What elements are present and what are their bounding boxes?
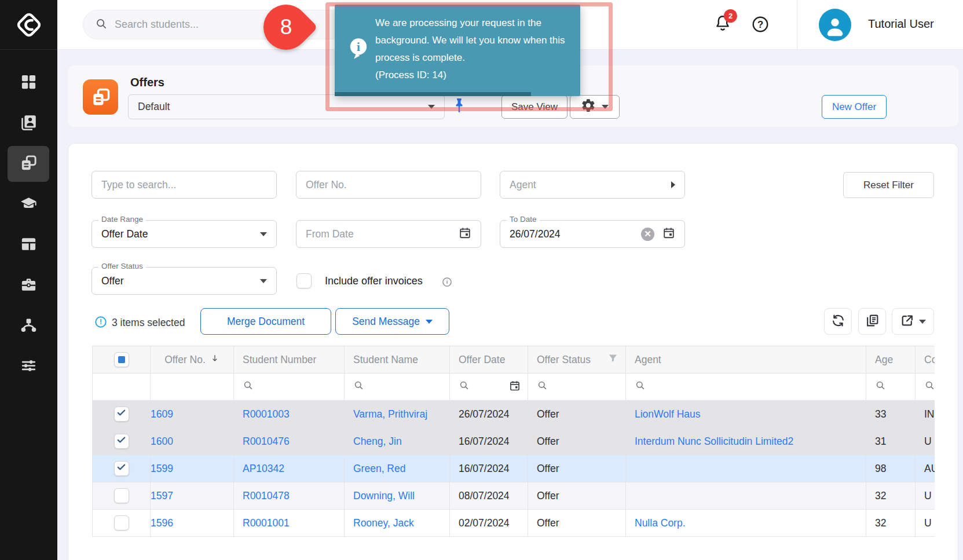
select-all-checkbox[interactable] (114, 352, 129, 367)
col-agent-filter[interactable] (626, 374, 866, 401)
sidebar-item-education[interactable] (0, 184, 57, 225)
calendar-icon[interactable] (509, 380, 521, 394)
notifications-button[interactable]: 2 (713, 14, 737, 37)
cell-link[interactable]: 1597 (151, 490, 173, 502)
include-invoices-checkbox[interactable] (296, 273, 312, 288)
offer-no-field[interactable]: Offer No. (296, 171, 481, 199)
row-checkbox[interactable] (114, 515, 129, 530)
col-student_name-header[interactable]: Student Name (345, 346, 450, 374)
briefcase-icon (20, 276, 38, 296)
cell-link[interactable]: 1596 (151, 517, 173, 529)
cell-link[interactable]: R0010476 (243, 435, 290, 447)
col-student_name-filter[interactable] (345, 374, 450, 401)
row-checkbox[interactable] (114, 461, 129, 476)
table-row[interactable]: 1596R0001001Rooney, Jack02/07/2024OfferN… (93, 510, 935, 537)
view-selector[interactable]: Default (128, 94, 445, 119)
calendar-icon[interactable] (459, 226, 471, 241)
col-offer_no-header[interactable]: Offer No. (151, 346, 234, 374)
sidebar-item-layout[interactable] (0, 225, 57, 265)
col-select-header[interactable] (93, 346, 151, 374)
help-button[interactable]: ? (751, 15, 770, 34)
cell-link[interactable]: Rooney, Jack (353, 517, 414, 529)
col-offer_status-filter[interactable] (528, 374, 626, 401)
clear-icon[interactable]: ✕ (641, 228, 654, 241)
export-button[interactable] (892, 308, 934, 335)
sidebar-item-toolbox[interactable] (0, 265, 57, 306)
col-offer_date-filter[interactable] (450, 374, 528, 401)
cell-link[interactable]: Varma, Prithviraj (353, 408, 427, 420)
row-checkbox[interactable] (114, 434, 129, 449)
sidebar-item-settings[interactable] (0, 346, 57, 387)
date-range-select[interactable]: Date Range Offer Date (91, 220, 277, 248)
col-label: Agent (635, 354, 661, 365)
cell-link[interactable]: Cheng, Jin (353, 435, 402, 447)
search-input[interactable] (115, 19, 369, 31)
topbar-divider (797, 0, 797, 49)
info-icon[interactable]: i (442, 277, 452, 290)
cell-link[interactable]: 1600 (151, 435, 173, 447)
cell-link[interactable]: Downing, Will (353, 490, 415, 502)
cell-link[interactable]: LionWolf Haus (635, 408, 701, 420)
table-row[interactable]: 1599AP10342Green, Red16/07/2024Offer98AU (93, 455, 935, 482)
cell-link[interactable]: Interdum Nunc Sollicitudin Limited2 (635, 435, 793, 447)
col-age-filter[interactable] (866, 374, 916, 401)
cell-link[interactable]: 1599 (151, 463, 173, 474)
table-filter-row (93, 374, 935, 401)
row-checkbox[interactable] (114, 407, 129, 422)
processing-toast[interactable]: i We are processing your request in the … (335, 5, 580, 96)
copy-button[interactable] (858, 308, 886, 335)
cell-agent (626, 455, 866, 482)
send-message-button[interactable]: Send Message (335, 308, 449, 335)
col-country-header[interactable]: Co (916, 346, 935, 374)
col-offer_status-header[interactable]: Offer Status (528, 346, 626, 374)
cell-student_name: Downing, Will (345, 482, 450, 510)
to-date-field[interactable]: To Date 26/07/2024 ✕ (500, 220, 685, 248)
new-offer-button[interactable]: New Offer (822, 95, 887, 119)
reset-filter-button[interactable]: Reset Filter (843, 172, 934, 198)
cell-link[interactable]: R0001003 (243, 408, 290, 420)
col-age-header[interactable]: Age (866, 346, 916, 374)
offer-status-select[interactable]: Offer Status Offer (91, 267, 277, 295)
cell-age: 32 (866, 510, 916, 537)
cell-link[interactable]: AP10342 (243, 463, 284, 474)
cell-student_name: Green, Red (345, 455, 450, 482)
cell-student_name: Rooney, Jack (345, 510, 450, 537)
cell-text: 32 (875, 490, 886, 502)
cell-link[interactable]: R0010478 (243, 490, 290, 502)
quick-search-field[interactable]: Type to search... (91, 171, 277, 199)
col-student_number-filter[interactable] (234, 374, 345, 401)
sidebar-item-dashboard[interactable] (0, 63, 57, 103)
refresh-button[interactable] (824, 308, 852, 335)
bell-icon (713, 24, 732, 34)
sidebar-item-network[interactable] (0, 306, 57, 346)
calendar-icon[interactable] (662, 226, 675, 241)
cell-country: U (916, 428, 935, 455)
from-date-field[interactable]: From Date (296, 220, 481, 248)
cell-link[interactable]: Green, Red (353, 463, 405, 474)
sidebar-item-offers[interactable] (0, 144, 57, 184)
table-row[interactable]: 1600R0010476Cheng, Jin16/07/2024OfferInt… (93, 428, 935, 455)
agent-field[interactable]: Agent (500, 171, 685, 199)
app-logo-icon[interactable] (0, 0, 57, 50)
cell-select (93, 482, 151, 510)
cell-link[interactable]: Nulla Corp. (635, 517, 686, 529)
view-settings-button[interactable] (570, 95, 620, 119)
cell-age: 98 (866, 455, 916, 482)
cell-country: U (916, 482, 935, 510)
table-row[interactable]: 1597R0010478Downing, Will08/07/2024Offer… (93, 482, 935, 510)
save-view-button[interactable]: Save View (501, 95, 567, 119)
avatar[interactable] (819, 9, 851, 41)
sidebar-item-contacts[interactable] (0, 103, 57, 144)
row-checkbox[interactable] (114, 488, 129, 503)
col-student_number-header[interactable]: Student Number (234, 346, 345, 374)
cell-offer_no: 1609 (151, 401, 234, 428)
cell-link[interactable]: 1609 (151, 408, 173, 420)
col-country-filter[interactable] (916, 374, 935, 401)
filter-funnel-icon[interactable] (607, 353, 618, 367)
col-offer_date-header[interactable]: Offer Date (450, 346, 528, 374)
table-row[interactable]: 1609R0001003Varma, Prithviraj26/07/2024O… (93, 401, 935, 428)
col-agent-header[interactable]: Agent (626, 346, 866, 374)
pin-view-button[interactable] (452, 96, 467, 118)
merge-document-button[interactable]: Merge Document (200, 308, 331, 335)
cell-link[interactable]: R0001001 (243, 517, 290, 529)
